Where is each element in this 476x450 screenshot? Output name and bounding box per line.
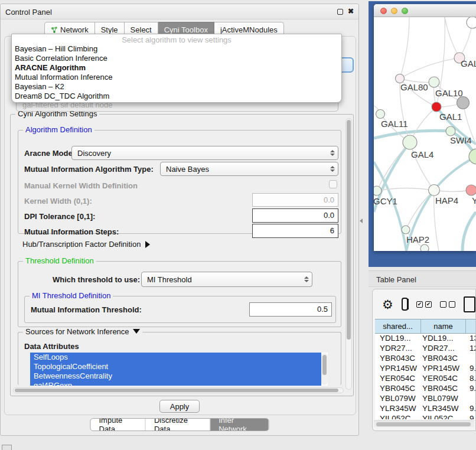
close-icon[interactable]: ✖ xyxy=(348,7,354,15)
column-header[interactable]: shared... xyxy=(375,319,421,333)
algorithm-popup-item[interactable]: ARACNE Algorithm xyxy=(12,63,341,73)
tab-label: Impute Data xyxy=(99,418,137,431)
tab-label: Network xyxy=(60,25,89,34)
network-window[interactable]: GALGAL80GAL10GAL1GAL11SWI4GAL4GCY1HAP4YH… xyxy=(374,4,476,251)
table-row[interactable]: YER054CYER054C8. xyxy=(375,374,476,384)
kernel-width-field[interactable]: 0.0 xyxy=(252,193,338,207)
panel-splitter-handle[interactable] xyxy=(360,219,363,223)
algorithm-popup-item[interactable]: Bayesian – Hill Climbing xyxy=(12,44,341,54)
zoom-window-icon[interactable] xyxy=(402,8,408,14)
close-window-icon[interactable] xyxy=(380,8,387,14)
network-window-titlebar[interactable] xyxy=(374,4,476,17)
tab-infer-network[interactable]: Infer Network xyxy=(210,419,268,431)
tab-impute-data[interactable]: Impute Data xyxy=(91,419,145,431)
network-canvas[interactable]: GALGAL80GAL10GAL1GAL11SWI4GAL4GCY1HAP4YH… xyxy=(374,17,476,251)
table-row[interactable]: YDL19...YDL19...13 xyxy=(375,334,476,344)
network-node[interactable] xyxy=(429,185,440,196)
mi-threshold-definition-group: MI Threshold Definition Mutual Informati… xyxy=(24,296,336,323)
tab-label: Discretize Data xyxy=(154,418,201,431)
group-title: MI Threshold Definition xyxy=(30,291,113,300)
table-cell: YLR345W xyxy=(418,404,465,414)
column-header[interactable] xyxy=(466,319,476,333)
table-row[interactable]: YIL052CYIL052C9. xyxy=(375,414,476,419)
dpi-tolerance-field[interactable]: 0.0 xyxy=(252,208,338,223)
combo-value: Discovery xyxy=(77,149,111,158)
table-row[interactable]: YBR045CYBR045C9. xyxy=(375,384,476,394)
network-edge[interactable] xyxy=(445,17,459,58)
network-node[interactable] xyxy=(446,126,455,136)
network-edge[interactable] xyxy=(377,188,434,191)
minimize-window-icon[interactable] xyxy=(391,8,397,14)
attribute-list-item[interactable]: TopologicalCoefficient xyxy=(30,362,321,371)
network-node[interactable] xyxy=(420,244,429,251)
table-header-row: shared...name xyxy=(375,319,476,334)
table-row[interactable]: YBR043CYBR043C xyxy=(375,354,476,364)
network-node[interactable] xyxy=(403,135,417,149)
hub-definition-toggle[interactable]: Hub/Transcription Factor Definition xyxy=(22,240,150,249)
column-header[interactable]: name xyxy=(421,319,466,333)
apply-button[interactable]: Apply xyxy=(159,400,200,413)
scrollbar-thumb[interactable] xyxy=(376,422,471,426)
minimized-panel-button[interactable] xyxy=(2,445,12,450)
network-edge[interactable] xyxy=(400,17,409,79)
mi-algorithm-type-combobox[interactable]: Naive Bayes xyxy=(160,162,338,176)
algorithm-popup-item[interactable]: Dream8 DC_TDC Algorithm xyxy=(12,92,341,101)
scrollbar-thumb[interactable] xyxy=(322,355,327,375)
combo-stepper-icon xyxy=(330,166,335,172)
combo-value: Naive Bayes xyxy=(166,165,209,174)
network-edge[interactable] xyxy=(400,58,459,79)
deselect-all-columns-icon[interactable] xyxy=(440,301,455,308)
table-cell: YDR27... xyxy=(418,344,465,354)
gear-icon[interactable]: ⚙ xyxy=(382,298,393,311)
table-row[interactable]: YPR145WYPR145W9. xyxy=(375,364,476,374)
popup-item-list: Bayesian – Hill ClimbingBasic Correlatio… xyxy=(12,44,341,101)
network-edge[interactable] xyxy=(462,212,476,251)
table-cell: 9. xyxy=(465,414,476,419)
float-panel-icon[interactable] xyxy=(337,9,343,15)
split-columns-icon[interactable] xyxy=(402,298,408,311)
which-threshold-combobox[interactable]: MI Threshold xyxy=(141,272,312,287)
algorithm-popup-item[interactable]: Bayesian – K2 xyxy=(12,82,341,92)
cyni-mode-tabs: Impute Data Discretize Data Infer Networ… xyxy=(90,418,269,431)
data-attributes-list[interactable]: SelfLoopsTopologicalCoefficientBetweenne… xyxy=(30,353,328,386)
mi-steps-field[interactable]: 6 xyxy=(252,224,338,238)
settings-horizontal-scrollbar[interactable] xyxy=(13,387,344,393)
settings-vertical-scrollbar[interactable] xyxy=(345,118,352,390)
list-vertical-scrollbar[interactable] xyxy=(321,353,328,385)
mi-threshold-field[interactable]: 0.5 xyxy=(249,302,332,317)
algorithm-popup-item[interactable]: Basic Correlation Inference xyxy=(12,54,341,63)
attribute-list-item[interactable]: BetweennessCentrality xyxy=(30,371,321,381)
scrollbar-thumb[interactable] xyxy=(347,120,351,340)
network-node[interactable] xyxy=(374,186,382,195)
table-row[interactable]: YLR345WYLR345W9. xyxy=(375,404,476,414)
algorithm-definition-group: Algorithm Definition Aracne Mode: Discov… xyxy=(18,130,341,234)
network-node[interactable] xyxy=(376,110,385,119)
network-view-body[interactable]: GALGAL80GAL10GAL1GAL11SWI4GAL4GCY1HAP4YH… xyxy=(374,17,476,251)
attribute-list-item[interactable]: gal4RGexp xyxy=(30,381,321,386)
export-table-icon[interactable] xyxy=(464,296,475,312)
network-node[interactable] xyxy=(457,97,470,109)
table-panel-titlebar: Table Panel xyxy=(369,270,476,287)
select-all-columns-icon[interactable]: ✔✔ xyxy=(416,301,432,308)
control-panel-titlebar: Control Panel ✖ xyxy=(1,4,358,19)
scrollbar-thumb[interactable] xyxy=(15,389,338,392)
tab-discretize-data[interactable]: Discretize Data xyxy=(145,419,210,431)
popup-placeholder: Select algorithm to view settings xyxy=(12,35,341,44)
network-node[interactable] xyxy=(429,77,439,87)
aracne-mode-combobox[interactable]: Discovery xyxy=(71,146,338,160)
table-row[interactable]: YDR27...YDR27...12 xyxy=(375,344,476,354)
node-label: GAL xyxy=(461,58,476,69)
attribute-list-item[interactable]: SelfLoops xyxy=(30,353,321,362)
network-node[interactable] xyxy=(432,102,441,112)
table-panel-title: Table Panel xyxy=(376,275,416,284)
network-node[interactable] xyxy=(469,149,476,164)
network-node[interactable] xyxy=(402,226,410,234)
network-node[interactable] xyxy=(466,185,476,195)
table-row[interactable]: YBL079WYBL079W xyxy=(375,394,476,404)
table-horizontal-scrollbar[interactable] xyxy=(374,420,474,427)
table-cell: 9. xyxy=(465,364,476,374)
node-label: HAP4 xyxy=(435,195,458,206)
algorithm-popup-item[interactable]: Mutual Information Inference xyxy=(12,73,341,82)
network-node[interactable] xyxy=(467,17,476,28)
manual-kernel-width-checkbox[interactable] xyxy=(329,180,337,188)
